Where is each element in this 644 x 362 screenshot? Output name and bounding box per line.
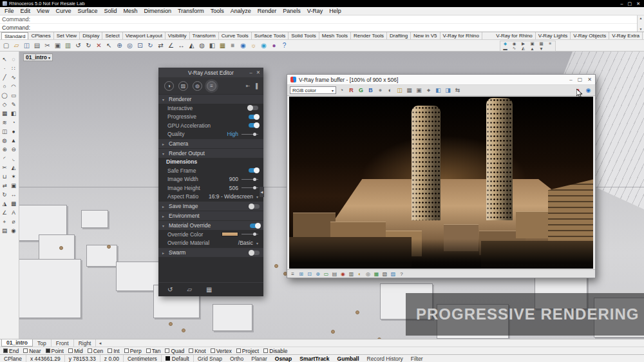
blue-channel-icon[interactable]: B (366, 86, 375, 95)
section-render-output[interactable]: ▾Render Output (158, 149, 263, 158)
earth-icon[interactable]: ◉ (238, 41, 248, 50)
trim-tool-icon[interactable]: ✂ (0, 163, 9, 172)
redo-icon[interactable]: ↻ (84, 41, 93, 50)
menu-item-dimension[interactable]: Dimension (140, 8, 175, 14)
status-toggle-ortho[interactable]: Ortho (226, 356, 247, 362)
osnap-end-checkbox[interactable] (3, 348, 8, 353)
text-tool-icon[interactable]: A (9, 208, 18, 217)
toolbar-tab-transform[interactable]: Transform (190, 32, 219, 39)
red-channel-icon[interactable]: R (347, 86, 355, 95)
osnap-mid[interactable]: Mid (68, 348, 83, 354)
toolbar-tab-cplanes[interactable]: CPlanes (28, 32, 53, 39)
osnap-disable-checkbox[interactable] (263, 348, 268, 353)
render-button[interactable]: ▦ (206, 286, 212, 293)
fb-color-sample-icon[interactable]: ◉ (339, 271, 346, 278)
cone-tool-icon[interactable]: ▲ (9, 136, 18, 145)
close-button[interactable]: ✕ (636, 1, 640, 6)
toolbar-tab-display[interactable]: Display (80, 32, 102, 39)
scale-tool-icon[interactable]: ↔ (9, 190, 18, 199)
status-toggle-osnap[interactable]: Osnap (271, 356, 296, 362)
vray-infinite-plane-icon[interactable]: ▬ (501, 46, 509, 52)
section-renderer[interactable]: ▾Renderer (158, 95, 263, 104)
scroll-down-icon[interactable]: ▼ (639, 27, 643, 31)
points-grid-icon[interactable]: ∷ (9, 64, 18, 73)
layer-tool-icon[interactable]: ▤ (0, 226, 9, 235)
duplicate-buffer-icon[interactable]: ▣ (415, 86, 423, 95)
viewport-tab-top[interactable]: Top (33, 339, 52, 347)
toolbar-tab-drafting[interactable]: Drafting (387, 32, 411, 39)
save-image-icon[interactable]: ◫ (395, 86, 404, 95)
menu-item-edit[interactable]: Edit (17, 8, 34, 14)
section-camera[interactable]: ▸Camera (158, 139, 263, 148)
vray-asset-editor-icon[interactable]: ◆ (501, 41, 509, 46)
explode-tool-icon[interactable]: ✶ (9, 172, 18, 181)
arc-tool-icon[interactable]: ◠ (9, 82, 18, 91)
osnap-point[interactable]: Point (46, 348, 64, 354)
fb-zoom-fit-icon[interactable]: ⊞ (298, 271, 305, 278)
status-toggle-gumball[interactable]: Gumball (334, 356, 363, 362)
cut-icon[interactable]: ✂ (43, 41, 52, 50)
minimize-button[interactable]: – (621, 1, 623, 6)
chamfer-tool-icon[interactable]: ◟ (9, 154, 18, 163)
section-material-override[interactable]: ▾Material Override (158, 221, 263, 230)
vray-frame-buffer-icon[interactable]: ▦ (537, 41, 545, 46)
gpu-acceleration-toggle[interactable] (249, 123, 258, 128)
osnap-vertex[interactable]: Vertex (211, 348, 232, 354)
materials-tab-icon[interactable]: ◑ (164, 81, 174, 91)
rotate-icon[interactable]: ∠ (166, 41, 176, 50)
image-width-slider[interactable] (242, 179, 258, 180)
clear-image-icon[interactable]: ▦ (405, 86, 413, 95)
menu-item-mesh[interactable]: Mesh (120, 8, 140, 14)
green-channel-icon[interactable]: G (357, 86, 365, 95)
fb-exposure-icon[interactable]: ◐ (356, 271, 363, 278)
toolbar-tab-v-ray-lights[interactable]: V-Ray Lights (536, 32, 571, 39)
render-tool-icon[interactable]: ◉ (9, 226, 18, 235)
join-tool-icon[interactable]: ⊔ (0, 172, 9, 181)
vray-scene-import-icon[interactable]: ▼ (537, 46, 545, 52)
override-color-slider[interactable] (242, 234, 258, 234)
fb-info-icon[interactable]: ≡ (289, 271, 296, 278)
image-height-slider[interactable] (242, 187, 258, 188)
menu-item-help[interactable]: Help (326, 8, 345, 14)
osnap-perp-checkbox[interactable] (124, 348, 129, 353)
menu-item-file[interactable]: File (1, 8, 17, 14)
fb-lut-icon[interactable]: ▦ (373, 271, 380, 278)
toolbar-tab-surface-tools[interactable]: Surface Tools (252, 32, 289, 39)
osnap-mid-checkbox[interactable] (68, 348, 73, 353)
toolbar-tab-curve-tools[interactable]: Curve Tools (219, 32, 252, 39)
compare-icon[interactable]: ⇆ (453, 86, 462, 95)
status-toggle-filter[interactable]: Filter (407, 356, 427, 362)
menu-item-panels[interactable]: Panels (279, 8, 304, 14)
save-image-toggle[interactable] (250, 204, 260, 209)
polygon-tool-icon[interactable]: ◇ (0, 100, 9, 109)
section-environment[interactable]: ▸Environment (158, 211, 263, 220)
channel-dropdown[interactable]: RGB color ▾ (290, 86, 336, 94)
dimension-tool-icon[interactable]: ∠ (0, 208, 9, 217)
sun-icon[interactable]: ☼ (249, 41, 258, 50)
pin-a-icon[interactable]: ◧ (434, 86, 442, 95)
menu-item-transform[interactable]: Transform (175, 8, 207, 14)
mirror-icon[interactable]: ◭ (187, 41, 196, 50)
asset-editor-titlebar[interactable]: V-Ray Asset Editor – ✕ (158, 68, 263, 77)
toolbar-tab-visibility[interactable]: Visibility (166, 32, 190, 39)
render-icon[interactable]: ● (269, 41, 279, 50)
menu-item-v-ray[interactable]: V-Ray (304, 8, 327, 14)
chevron-down-icon[interactable]: ▾ (256, 241, 258, 245)
track-mouse-icon[interactable]: ⌖ (424, 86, 433, 95)
delete-icon[interactable]: ✕ (94, 41, 104, 50)
menu-item-render[interactable]: Render (254, 8, 280, 14)
menu-item-surface[interactable]: Surface (74, 8, 100, 14)
polyline-tool-icon[interactable]: ╱ (0, 73, 9, 82)
osnap-tan[interactable]: Tan (146, 348, 161, 354)
surface-tool-icon[interactable]: ▦ (0, 109, 9, 118)
analyze-tool-icon[interactable]: ⌀ (9, 217, 18, 226)
boolean-union-icon[interactable]: ⊕ (0, 145, 9, 154)
toolbar-tab-v-ray-for-rhino[interactable]: V-Ray for Rhino (493, 32, 535, 39)
array-tool-icon[interactable]: ▩ (9, 199, 18, 208)
viewport-title[interactable]: 01_intro (23, 53, 53, 61)
toolbar-tab-v-ray-extra[interactable]: V-Ray Extra (609, 32, 643, 39)
layer-indicator[interactable]: Default (162, 355, 194, 362)
rotate-view-icon[interactable]: ↻ (146, 41, 155, 50)
zoom-window-icon[interactable]: ◎ (125, 41, 135, 50)
fb-region-render-icon[interactable]: ▭ (323, 271, 330, 278)
